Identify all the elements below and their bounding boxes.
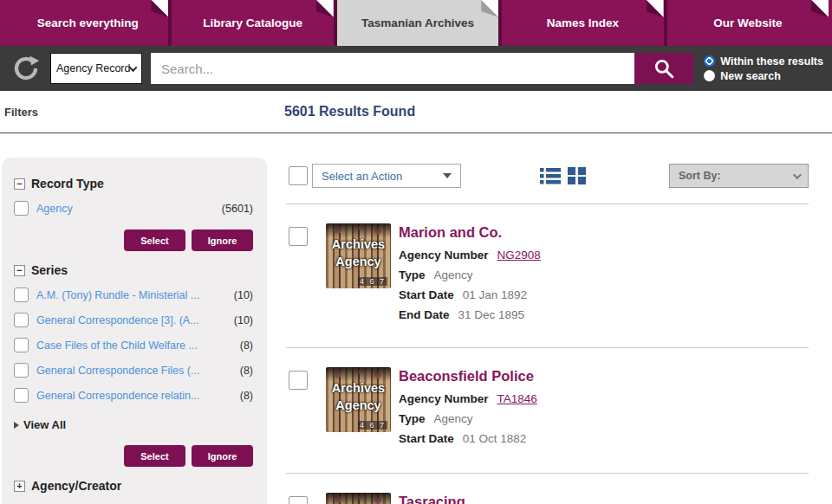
filter-row-series: Case Files of the Child Welfare ... (8): [14, 338, 253, 352]
filter-count: (8): [240, 339, 253, 352]
search-bar: Agency Records Within these results New …: [0, 46, 832, 91]
series-select-button[interactable]: Select: [124, 445, 185, 467]
thumbnail-code: 4 6 7: [358, 421, 387, 430]
filter-row-agency: Agency (5601): [14, 201, 253, 216]
filter-count: (8): [240, 390, 253, 402]
chevron-down-icon: [793, 171, 802, 179]
thumbnail-code: 4 6 7: [358, 277, 387, 286]
divider: [286, 204, 809, 204]
filter-section-record-type[interactable]: − Record Type: [14, 177, 253, 191]
chevron-down-icon: [443, 173, 452, 178]
filter-link-series[interactable]: A.M. (Tony) Rundle - Ministerial ...: [36, 289, 199, 301]
field-label: End Date: [399, 305, 450, 325]
result-title-link[interactable]: Beaconsfield Police: [399, 368, 534, 384]
thumbnail-caption: Archives Agency: [326, 236, 391, 270]
action-dropdown-value: Select an Action: [322, 170, 402, 183]
view-all-label: View All: [23, 418, 66, 431]
field-label: Agency Number: [399, 389, 489, 409]
search-button[interactable]: [634, 53, 693, 84]
series-checkbox[interactable]: [14, 338, 29, 352]
radio-new-search[interactable]: New search: [704, 70, 823, 82]
agency-number-link[interactable]: NG2908: [497, 245, 541, 265]
series-checkbox[interactable]: [14, 388, 29, 403]
filter-row-series: General Correspondence relatin... (8): [14, 388, 253, 403]
filter-link-agency[interactable]: Agency: [36, 203, 73, 215]
filter-section-series[interactable]: − Series: [14, 263, 253, 277]
section-title: Record Type: [31, 177, 104, 191]
series-checkbox[interactable]: [14, 288, 29, 302]
result-thumbnail-image[interactable]: Archives Agency 4 6 7: [326, 367, 391, 432]
filters-heading: Filters: [0, 106, 284, 119]
tab-names-index[interactable]: Names Index: [502, 0, 666, 46]
result-thumbnail-image[interactable]: Archives Agency 4 6 7: [326, 493, 391, 504]
result-row: Archives Agency 4 6 7 Marion and Co. Age…: [286, 223, 832, 325]
top-tab-bar: Search everything Library Catalogue Tasm…: [0, 0, 832, 46]
series-checkbox[interactable]: [14, 313, 29, 327]
field-value: 01 Jan 1892: [463, 285, 527, 305]
result-row: Archives Agency 4 6 7 Tasracing Agency N…: [286, 493, 832, 504]
list-view-icon[interactable]: [540, 167, 561, 184]
result-thumbnail-image[interactable]: Archives Agency 4 6 7: [326, 223, 391, 288]
field-label: Type: [399, 409, 426, 429]
agency-checkbox[interactable]: [14, 201, 29, 216]
filter-link-series[interactable]: General Correspondence Files (...: [36, 365, 199, 377]
filter-count: (10): [234, 289, 253, 301]
expand-plus-icon[interactable]: +: [14, 481, 25, 492]
chevron-down-icon: [129, 63, 138, 72]
filter-row-series: A.M. (Tony) Rundle - Ministerial ... (10…: [14, 288, 253, 302]
tab-search-everything[interactable]: Search everything: [7, 0, 172, 46]
tab-our-website[interactable]: Our Website: [667, 0, 829, 46]
section-title: Series: [31, 263, 68, 277]
filter-link-series[interactable]: General Correspondence [3]. (A...: [36, 314, 199, 326]
field-value: Agency: [434, 265, 473, 285]
filter-section-agency-creator[interactable]: + Agency/Creator: [14, 479, 253, 493]
collapse-minus-icon[interactable]: −: [14, 265, 25, 276]
filter-link-series[interactable]: Case Files of the Child Welfare ...: [36, 339, 198, 352]
field-value: 01 Oct 1882: [463, 429, 527, 449]
series-view-all[interactable]: View All: [14, 418, 253, 431]
sort-by-value: Sort By:: [679, 170, 721, 182]
search-icon: [653, 57, 675, 80]
filter-row-series: General Correspondence Files (... (8): [14, 363, 253, 378]
search-input[interactable]: [151, 53, 634, 84]
sort-by-select[interactable]: Sort By:: [669, 164, 809, 188]
agency-number-link[interactable]: TA1846: [497, 389, 537, 409]
refresh-icon: [11, 54, 41, 83]
field-label: Start Date: [399, 429, 454, 449]
filter-count: (8): [240, 365, 253, 377]
filter-link-series[interactable]: General Correspondence relatin...: [36, 390, 199, 402]
result-checkbox[interactable]: [289, 371, 308, 390]
field-value: Agency: [434, 409, 473, 429]
radio-unselected-icon: [704, 70, 715, 81]
filter-count: (10): [234, 314, 253, 326]
filter-count: (5601): [222, 203, 253, 215]
radio-within-these-results[interactable]: Within these results: [704, 55, 823, 68]
search-category-value: Agency Records: [56, 62, 130, 74]
tab-library-catalogue[interactable]: Library Catalogue: [172, 0, 336, 46]
filter-row-series: General Correspondence [3]. (A... (10): [14, 313, 253, 327]
page-heading-row: Filters 5601 Results Found: [0, 91, 832, 133]
refresh-button[interactable]: [9, 51, 43, 86]
result-checkbox[interactable]: [289, 496, 308, 504]
action-dropdown[interactable]: Select an Action: [312, 164, 461, 188]
radio-selected-icon: [704, 55, 715, 67]
field-value: 31 Dec 1895: [458, 305, 525, 325]
divider: [286, 347, 809, 348]
divider: [286, 473, 809, 474]
result-row: Archives Agency 4 6 7 Beaconsfield Polic…: [286, 367, 832, 449]
grid-view-icon[interactable]: [568, 167, 586, 184]
result-title-link[interactable]: Tasracing: [399, 494, 465, 504]
thumbnail-caption: Archives Agency: [326, 380, 391, 414]
tab-tasmanian-archives[interactable]: Tasmanian Archives: [337, 0, 502, 46]
series-checkbox[interactable]: [14, 363, 29, 378]
result-title-link[interactable]: Marion and Co.: [399, 224, 502, 241]
field-label: Agency Number: [399, 245, 489, 265]
record-type-ignore-button[interactable]: Ignore: [192, 229, 253, 251]
record-type-select-button[interactable]: Select: [124, 229, 185, 251]
search-category-select[interactable]: Agency Records: [50, 53, 142, 84]
series-ignore-button[interactable]: Ignore: [192, 445, 253, 467]
result-checkbox[interactable]: [289, 227, 308, 246]
select-all-checkbox[interactable]: [289, 166, 308, 185]
collapse-minus-icon[interactable]: −: [14, 178, 25, 190]
field-label: Type: [399, 265, 426, 285]
